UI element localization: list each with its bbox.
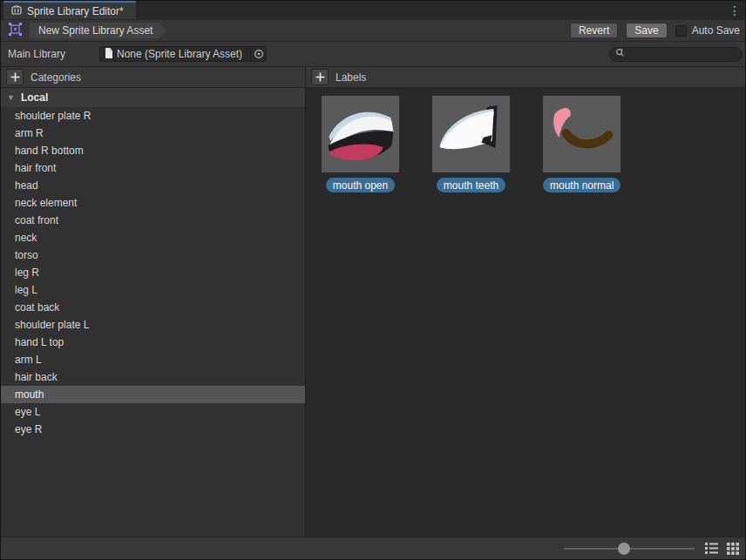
sprite-thumbnail-mouth-normal[interactable] [543, 96, 621, 172]
label-cell: mouth teeth [432, 96, 510, 192]
category-item[interactable]: head [1, 177, 305, 194]
category-item-selected[interactable]: mouth [1, 386, 305, 403]
sprite-thumbnail-mouth-teeth[interactable] [432, 96, 510, 172]
labels-panel: mouth open mouth teeth [306, 88, 745, 536]
category-item[interactable]: coat back [1, 299, 305, 316]
categories-header: Categories [1, 67, 306, 87]
tab-title: Sprite Library Editor* [27, 5, 124, 17]
category-item[interactable]: hand R bottom [1, 142, 305, 159]
category-item[interactable]: torso [1, 246, 305, 264]
editor-body: ▼ Local shoulder plate R arm R hand R bo… [1, 88, 745, 536]
toolbar: New Sprite Library Asset Revert Save Aut… [1, 20, 745, 42]
sprite-library-editor-window: Sprite Library Editor* ⋮ New Sprite Libr… [0, 0, 746, 560]
search-field[interactable] [609, 47, 743, 62]
category-item[interactable]: shoulder plate R [1, 107, 305, 125]
category-item[interactable]: arm R [1, 125, 305, 142]
category-item[interactable]: arm L [1, 351, 305, 368]
category-item[interactable]: eye L [1, 403, 305, 421]
auto-save-label: Auto Save [692, 24, 740, 37]
save-button[interactable]: Save [626, 23, 667, 38]
category-item[interactable]: coat front [1, 212, 305, 229]
main-library-label: Main Library [8, 48, 99, 60]
categories-panel: ▼ Local shoulder plate R arm R hand R bo… [1, 88, 306, 536]
sprite-library-asset-icon [8, 22, 23, 39]
foldout-triangle-icon: ▼ [7, 93, 15, 102]
label-badge[interactable]: mouth teeth [437, 178, 505, 192]
list-view-icon[interactable] [704, 541, 719, 556]
category-item[interactable]: shoulder plate L [1, 316, 305, 334]
sprite-library-editor-icon [10, 3, 23, 18]
search-icon [615, 48, 626, 61]
labels-header: Labels [306, 67, 745, 87]
category-item[interactable]: neck element [1, 194, 305, 212]
category-item[interactable]: leg L [1, 281, 305, 299]
footer-bar [1, 536, 745, 559]
local-foldout[interactable]: ▼ Local [1, 88, 305, 107]
grid-view-icon[interactable] [725, 541, 740, 556]
document-icon [105, 48, 113, 61]
category-item[interactable]: neck [1, 229, 305, 246]
category-item[interactable]: hand L top [1, 334, 305, 351]
tab-sprite-library-editor[interactable]: Sprite Library Editor* [3, 1, 136, 19]
thumbnail-size-slider[interactable] [564, 543, 695, 555]
labels-header-label: Labels [336, 71, 366, 84]
label-badge[interactable]: mouth normal [543, 178, 621, 192]
category-item[interactable]: hair front [1, 159, 305, 177]
category-item[interactable]: hair back [1, 368, 305, 386]
local-group-label: Local [21, 91, 48, 104]
sprite-thumbnail-mouth-open[interactable] [322, 96, 399, 172]
categories-header-label: Categories [31, 71, 81, 84]
label-cell: mouth normal [543, 96, 621, 192]
panel-headers: Categories Labels [1, 67, 745, 88]
object-picker-icon[interactable] [250, 47, 266, 61]
main-library-object-field[interactable]: None (Sprite Library Asset) [99, 46, 267, 62]
breadcrumb-item[interactable]: New Sprite Library Asset [30, 23, 166, 39]
label-badge[interactable]: mouth open [326, 178, 395, 192]
auto-save-checkbox[interactable] [675, 25, 687, 37]
kebab-menu-icon[interactable]: ⋮ [724, 1, 745, 19]
slider-handle[interactable] [618, 543, 630, 555]
add-category-button[interactable] [6, 69, 24, 85]
search-input[interactable] [628, 49, 735, 59]
main-library-row: Main Library None (Sprite Library Asset) [1, 42, 745, 67]
label-cell: mouth open [322, 96, 399, 192]
object-field-value: None (Sprite Library Asset) [117, 48, 247, 60]
tab-bar: Sprite Library Editor* ⋮ [1, 1, 745, 20]
revert-button[interactable]: Revert [570, 23, 618, 38]
category-item[interactable]: leg R [1, 264, 305, 281]
category-item[interactable]: eye R [1, 421, 305, 438]
add-label-button[interactable] [311, 69, 329, 85]
